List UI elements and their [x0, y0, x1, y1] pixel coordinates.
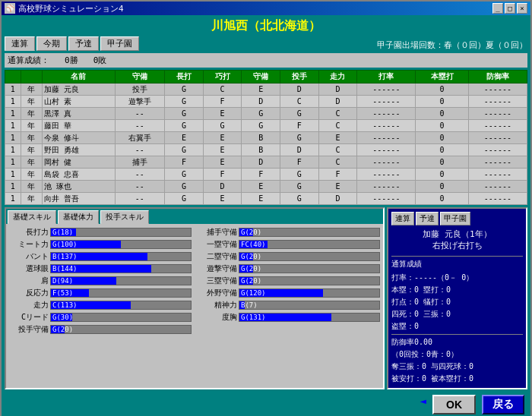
right-tab-renzan[interactable]: 連算 [391, 212, 414, 225]
main-window: ⚾ 高校野球シミュレーション4 _ □ × 川旭西（北北海道） 連算 今期 予達… [0, 0, 532, 416]
skill-bar-container: FC(40) [239, 240, 380, 249]
skill-value: D(94) [51, 277, 73, 285]
player-name: 加藤 元良（1年） [391, 228, 523, 240]
rbi-stat: 打点：0 犠打：0 [391, 296, 523, 308]
skill-value: G(20) [239, 228, 261, 236]
right-nav-tabs: 連算 予達 甲子園 [391, 212, 523, 225]
era-label: 防御率0.00 [391, 336, 523, 348]
col-hr: 本塁打 [416, 71, 468, 84]
player-type: 右投げ右打ち [391, 240, 523, 251]
batting-avg: 打率：-----（0－ 0） [391, 272, 523, 284]
col-num [5, 71, 21, 84]
era-sub: （0回投：0青：0） [391, 348, 523, 361]
main-content: 川旭西（北北海道） 連算 今期 予達 甲子園 甲子園出場回数：春（０回）夏（０回… [2, 15, 530, 416]
skill-row: 捕手守備G(20) [198, 227, 380, 238]
skill-value: F(53) [51, 289, 73, 297]
table-row[interactable]: 1年山村 素遊撃手GFDCD------0------ [5, 96, 527, 108]
window-controls: _ □ × [492, 3, 527, 14]
skill-label: 三塁守備 [198, 276, 237, 286]
skill-row: 三塁守備G(20) [198, 276, 380, 286]
skill-bar-container: G(20) [239, 276, 380, 285]
skill-bar-container: G(100) [50, 240, 192, 249]
tab-pitch-skills[interactable]: 投手スキル [100, 210, 149, 224]
skill-bar-container: F(53) [50, 288, 192, 298]
strikeout-stat: 四死：0 三振：0 [391, 308, 523, 320]
skill-row: 走力C(113) [9, 300, 192, 310]
col-speed: 走力 [318, 71, 357, 84]
skill-bar-container: D(94) [50, 276, 192, 285]
skill-value: G(20) [239, 277, 261, 285]
minimize-button[interactable]: _ [492, 3, 503, 14]
skill-row: 精神力B(7) [198, 300, 380, 310]
skills-content: 長打力G(18)ミート力G(100)バントB(137)選球眼B(144)肩D(9… [6, 224, 383, 388]
skill-value: B(137) [51, 253, 78, 260]
skill-value: FC(40) [239, 241, 266, 248]
close-button[interactable]: × [517, 3, 527, 14]
skill-label: 肩 [9, 276, 49, 286]
skill-value: G(20) [239, 253, 261, 260]
skill-label: Cリード [9, 312, 49, 323]
skill-label: 精神力 [198, 300, 237, 310]
skill-value: C(113) [51, 301, 78, 309]
tab-kouki[interactable]: 今期 [36, 36, 67, 51]
skill-row: 反応力F(53) [9, 288, 192, 298]
skill-value: B(144) [51, 265, 78, 273]
skill-label: 度胸 [198, 312, 237, 323]
right-tab-yotatsu[interactable]: 予達 [416, 212, 439, 225]
table-row[interactable]: 1年加藤 元良投手GCEDD------0------ [5, 84, 527, 96]
skill-value: G(30) [51, 314, 73, 321]
wins: 0勝 [65, 55, 78, 66]
maximize-button[interactable]: □ [505, 3, 515, 14]
skill-label: 捕手守備 [198, 227, 237, 238]
skill-label: 走力 [9, 300, 49, 310]
table-row[interactable]: 1年向井 普吾--GEEGD------0------ [5, 193, 527, 205]
table-row[interactable]: 1年今泉 修斗右翼手EEBGE------0------ [5, 132, 527, 144]
window-icon: ⚾ [5, 3, 15, 14]
table-row[interactable]: 1年藤田 華--GGGFC------0------ [5, 120, 527, 132]
skill-label: 選球眼 [9, 263, 49, 274]
skill-bar-container: G(18) [50, 228, 192, 237]
table-row[interactable]: 1年黒澤 真--GEGGC------0------ [5, 108, 527, 120]
table-row[interactable]: 1年島袋 忠喜--GFFGF------0------ [5, 169, 527, 181]
skill-label: ミート力 [9, 239, 49, 250]
skills-tabs: 基礎スキル 基礎体力 投手スキル [6, 209, 383, 224]
stats-bar: 通算成績： 0勝 0敗 [5, 53, 527, 68]
table-row[interactable]: 1年池 琢也--GDEGE------0------ [5, 181, 527, 193]
right-tab-koshien[interactable]: 甲子園 [440, 212, 470, 225]
col-def: 守備 [242, 71, 280, 84]
divider2 [391, 334, 523, 335]
tab-basic-skills[interactable]: 基礎スキル [8, 210, 56, 224]
steal-stat: 盗塁：0 [391, 320, 523, 332]
skill-bar-container: C(113) [50, 301, 192, 310]
divider1 [391, 256, 523, 257]
tab-basic-body[interactable]: 基礎体力 [58, 210, 99, 224]
skill-row: 一塁守備FC(40) [198, 239, 380, 250]
skill-bar-container: G(30) [50, 313, 192, 322]
skills-panel: 基礎スキル 基礎体力 投手スキル 長打力G(18)ミート力G(100)バントB(… [5, 207, 385, 389]
ok-button[interactable]: OK [432, 395, 476, 414]
title-bar: ⚾ 高校野球シミュレーション4 _ □ × [2, 2, 530, 15]
player-info: 加藤 元良（1年） 右投げ右打ち [391, 228, 523, 251]
stats-section-title: 通算成績 [391, 258, 523, 270]
nav-tabs-left: 連算 今期 予達 甲子園 [5, 36, 139, 51]
skill-row: 遊撃守備G(20) [198, 263, 380, 274]
skill-value: G(100) [51, 241, 78, 248]
bottom-buttons: ◄ OK 戻る [5, 392, 527, 416]
tab-yotatsu[interactable]: 予達 [68, 36, 99, 51]
col-pitch: 投手 [280, 71, 319, 84]
skill-bar-container: B(144) [50, 264, 192, 273]
table-row[interactable]: 1年野田 勇雄--GEBDC------0------ [5, 144, 527, 156]
table-row[interactable]: 1年岡村 健捕手FEDFC------0------ [5, 156, 527, 169]
skill-label: 外野守備 [198, 288, 237, 298]
tab-koshien[interactable]: 甲子園 [100, 36, 139, 51]
col-era: 防御率 [468, 71, 527, 84]
tab-renzan[interactable]: 連算 [5, 36, 35, 51]
skill-label: 二塁守備 [198, 251, 237, 262]
skill-row: 外野守備G(120) [198, 288, 380, 298]
skill-bar-container: G(131) [239, 313, 380, 322]
skill-row: 投手守備G(20) [9, 324, 192, 335]
skill-bar-container: B(137) [50, 252, 192, 261]
back-button[interactable]: 戻る [482, 395, 524, 414]
k-stat: 奪三振：0 与四死球：0 [391, 361, 523, 373]
skill-label: 長打力 [9, 227, 49, 238]
